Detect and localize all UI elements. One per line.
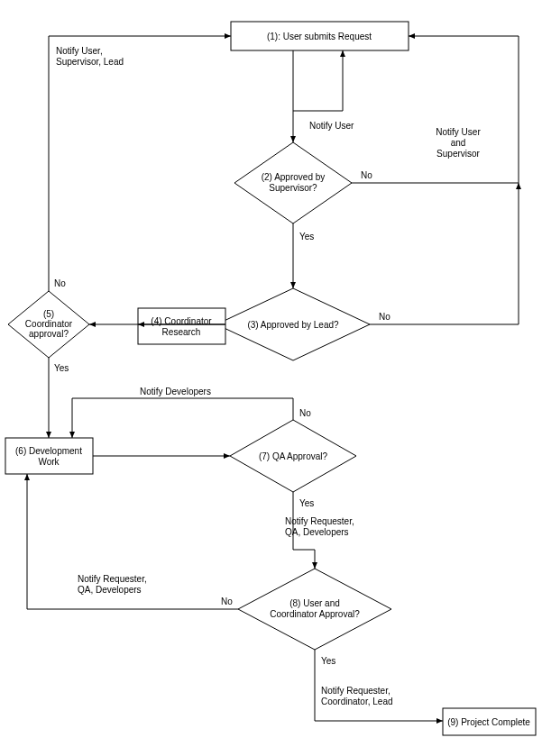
- label-notify-user-supervisor-3: Supervisor: [436, 149, 480, 159]
- label-notify-dev: Notify Developers: [140, 387, 211, 396]
- edge-notify-user-loop: [293, 50, 343, 111]
- node-2-diamond: (2) Approved by Supervisor?: [234, 142, 352, 223]
- node-8-diamond: (8) User and Coordinator Approval?: [238, 569, 391, 650]
- node-4-box: [138, 308, 225, 344]
- node-6-label-1: (6) Development: [15, 446, 82, 456]
- node-9-label: (9) Project Complete: [447, 717, 530, 727]
- node-3-label: (3) Approved by Lead?: [247, 320, 339, 330]
- node-8-label-2: Coordinator Approval?: [270, 609, 360, 619]
- node-8-label-1: (8) User and: [289, 598, 340, 608]
- label-5-no: No: [54, 278, 66, 288]
- node-7-diamond: (7) QA Approval?: [230, 420, 356, 492]
- node-2-label-1: (2) Approved by: [262, 172, 326, 182]
- label-5-yes: Yes: [54, 363, 69, 373]
- node-4-label-2: Research: [162, 327, 201, 337]
- label-notify-rcl-2: Coordinator, Lead: [321, 697, 393, 706]
- flowchart: (1): User submits Request (2) Approved b…: [0, 0, 542, 756]
- node-7-label: (7) QA Approval?: [259, 451, 328, 461]
- label-3-no: No: [379, 312, 390, 322]
- node-6-box: [5, 438, 93, 474]
- edge-2-no: [352, 36, 519, 183]
- edge-3-no: [370, 183, 519, 324]
- label-7-no: No: [299, 408, 311, 418]
- label-8-no: No: [221, 597, 233, 606]
- label-notify-rqd-a2: QA, Developers: [285, 527, 349, 537]
- edge-7-no: [72, 398, 293, 438]
- label-2-yes: Yes: [299, 232, 314, 241]
- label-notify-rqd-b2: QA, Developers: [78, 585, 142, 595]
- node-6-label-2: Work: [38, 457, 60, 467]
- label-notify-user-supervisor-1: Notify User: [436, 127, 481, 137]
- label-notify-usl-1: Notify User,: [56, 46, 103, 56]
- label-notify-user: Notify User: [309, 121, 354, 131]
- node-5-label-2: Coordinator: [25, 319, 73, 329]
- node-5-label-3: approval?: [29, 329, 69, 339]
- node-5-diamond: (5) Coordinator approval?: [8, 291, 89, 358]
- label-2-no: No: [361, 170, 372, 180]
- label-notify-rqd-b1: Notify Requester,: [78, 574, 147, 584]
- node-2-label-2: Supervisor?: [269, 183, 317, 193]
- label-notify-rqd-a1: Notify Requester,: [285, 516, 354, 526]
- label-notify-usl-2: Supervisor, Lead: [56, 57, 124, 67]
- node-5-label-1: (5): [43, 309, 54, 319]
- label-notify-user-supervisor-2: and: [451, 138, 466, 148]
- label-notify-rcl-1: Notify Requester,: [321, 686, 390, 696]
- node-1-label: (1): User submits Request: [267, 32, 372, 41]
- node-3-diamond: (3) Approved by Lead?: [216, 288, 370, 360]
- label-7-yes: Yes: [299, 498, 314, 508]
- label-8-yes: Yes: [321, 656, 335, 666]
- edge-5-no: [49, 36, 231, 291]
